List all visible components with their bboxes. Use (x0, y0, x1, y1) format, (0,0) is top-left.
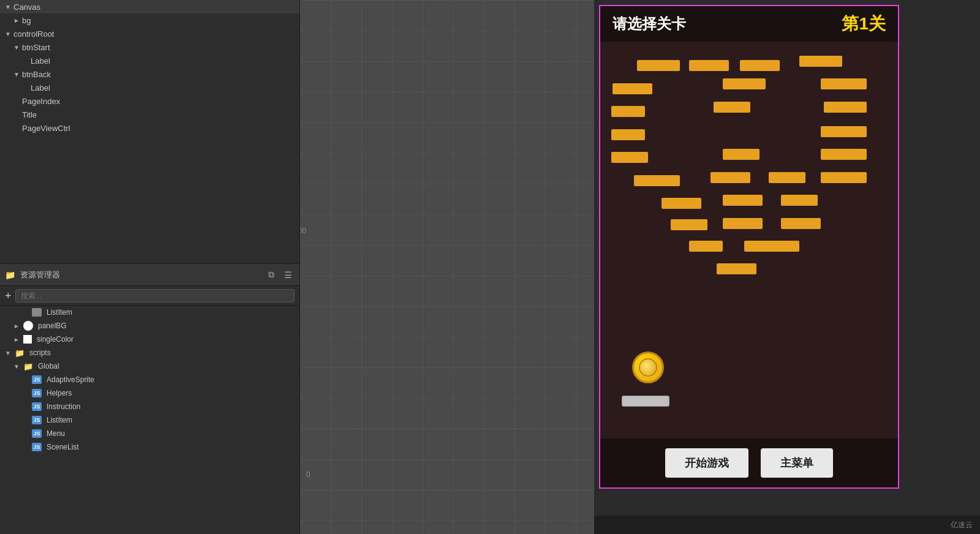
js-icon: JS (32, 429, 42, 438)
brick (710, 172, 750, 183)
asset-item-label: scripts (29, 348, 51, 357)
hierarchy-item-label: PageViewCtrl (22, 124, 70, 133)
brick (612, 83, 652, 94)
tree-arrow: ► (13, 17, 22, 24)
asset-item-adaptiveSprite[interactable]: JSAdaptiveSprite (0, 373, 300, 386)
brick (714, 102, 750, 113)
brick (821, 172, 867, 183)
asset-item-listItem2[interactable]: JSListItem (0, 413, 300, 427)
brick (821, 149, 867, 160)
canvas-grid (300, 0, 594, 534)
hierarchy-item-pageIndex[interactable]: PageIndex (0, 94, 300, 108)
asset-item-label: ListItem (47, 308, 72, 317)
js-icon: JS (32, 389, 42, 397)
asset-item-sceneList[interactable]: JSSceneList (0, 440, 300, 454)
hierarchy-item-canvas[interactable]: ▼Canvas (0, 0, 300, 13)
brand-label: 亿迷云 (951, 520, 973, 530)
tree-arrow: ▼ (5, 350, 12, 356)
canvas-label-500: 500 (300, 227, 306, 235)
folder-icon: 📁 (15, 348, 24, 358)
game-footer: 开始游戏 主菜单 (600, 438, 898, 487)
tree-arrow: ► (13, 336, 21, 343)
js-icon: JS (32, 402, 42, 411)
hierarchy-item-controlRoot[interactable]: ▼controlRoot (0, 27, 300, 40)
hierarchy-item-btnBack[interactable]: ▼btnBack (0, 67, 300, 81)
hierarchy-item-label: Label (31, 83, 50, 92)
brick (723, 218, 763, 229)
coin-inner (639, 358, 657, 377)
brick (637, 60, 680, 71)
asset-item-label: Instruction (47, 402, 80, 411)
canvas-label-0: 0 (306, 470, 311, 479)
asset-item-label: panelBG (38, 322, 67, 330)
brick (611, 106, 645, 117)
brick (723, 195, 763, 206)
hierarchy-item-label: bg (22, 16, 31, 25)
asset-toolbar: + (0, 286, 300, 306)
js-icon: JS (32, 416, 42, 424)
tree-arrow: ▼ (5, 4, 13, 10)
brick (717, 263, 756, 274)
asset-item-helpers[interactable]: JSHelpers (0, 386, 300, 400)
paddle (622, 396, 669, 407)
brick (744, 241, 799, 252)
hierarchy-item-label1[interactable]: Label (0, 54, 300, 67)
asset-search-input[interactable] (15, 289, 295, 303)
hierarchy-item-label: btnStart (22, 43, 50, 52)
asset-copy-button[interactable]: ⧉ (266, 268, 277, 281)
hierarchy-item-btnStart[interactable]: ▼btnStart (0, 40, 300, 54)
tree-arrow: ▼ (13, 71, 22, 78)
brick (634, 175, 680, 186)
brick (671, 219, 707, 230)
asset-add-button[interactable]: + (5, 290, 12, 301)
asset-item-panelBG[interactable]: ►panelBG (0, 319, 300, 333)
asset-item-label: Helpers (47, 389, 72, 397)
circle-icon (23, 321, 33, 331)
tree-arrow: ▼ (13, 363, 21, 370)
hierarchy-item-pageViewCtrl[interactable]: PageViewCtrl (0, 121, 300, 135)
tree-arrow: ▼ (5, 31, 13, 37)
square-icon (23, 335, 32, 344)
hierarchy-item-label: PageIndex (22, 97, 60, 106)
tree-arrow: ► (13, 323, 21, 329)
asset-item-listItem[interactable]: ListItem (0, 306, 300, 319)
brick (611, 152, 648, 163)
brick (662, 198, 701, 209)
hierarchy-item-label: Canvas (13, 2, 40, 12)
asset-item-singleColor[interactable]: ►singleColor (0, 333, 300, 346)
hierarchy-item-titleNode[interactable]: Title (0, 108, 300, 121)
asset-item-instruction[interactable]: JSInstruction (0, 400, 300, 413)
asset-menu-button[interactable]: ☰ (282, 269, 295, 281)
hierarchy-item-label: btnBack (22, 70, 51, 79)
hierarchy-item-label: controlRoot (13, 29, 54, 39)
main-menu-button[interactable]: 主菜单 (761, 448, 833, 478)
file-icon (32, 308, 42, 317)
game-header: 请选择关卡 第1关 (600, 6, 898, 42)
brick (821, 126, 867, 137)
asset-item-label: AdaptiveSprite (47, 375, 94, 384)
asset-item-global[interactable]: ▼📁Global (0, 359, 300, 373)
bottom-bar: 亿迷云 (594, 516, 980, 534)
asset-item-label: Menu (47, 429, 65, 438)
coin (632, 352, 664, 383)
hierarchy-item-label: Label (31, 56, 50, 66)
asset-item-scripts[interactable]: ▼📁scripts (0, 346, 300, 359)
right-panel: 请选择关卡 第1关 开始游戏 主菜单 (594, 0, 980, 534)
start-game-button[interactable]: 开始游戏 (665, 448, 748, 478)
hierarchy-item-label: Title (22, 110, 37, 119)
hierarchy-item-label2[interactable]: Label (0, 81, 300, 94)
brick (723, 78, 766, 89)
asset-panel: 📁 资源管理器 ⧉ ☰ + ListItem►panelBG►singleCol… (0, 263, 300, 534)
hierarchy-item-bg[interactable]: ►bg (0, 13, 300, 27)
brick (799, 56, 842, 67)
asset-tree: ListItem►panelBG►singleColor▼📁scripts▼📁G… (0, 306, 300, 534)
brick (769, 172, 805, 183)
brick (824, 102, 867, 113)
hierarchy-panel: ▼Canvas►bg▼controlRoot▼btnStartLabel▼btn… (0, 0, 300, 263)
asset-item-label: ListItem (47, 416, 72, 424)
asset-item-menu[interactable]: JSMenu (0, 427, 300, 440)
brick (781, 195, 818, 206)
brick (781, 218, 821, 229)
game-window: 请选择关卡 第1关 开始游戏 主菜单 (599, 5, 899, 489)
asset-item-label: SceneList (47, 443, 79, 451)
